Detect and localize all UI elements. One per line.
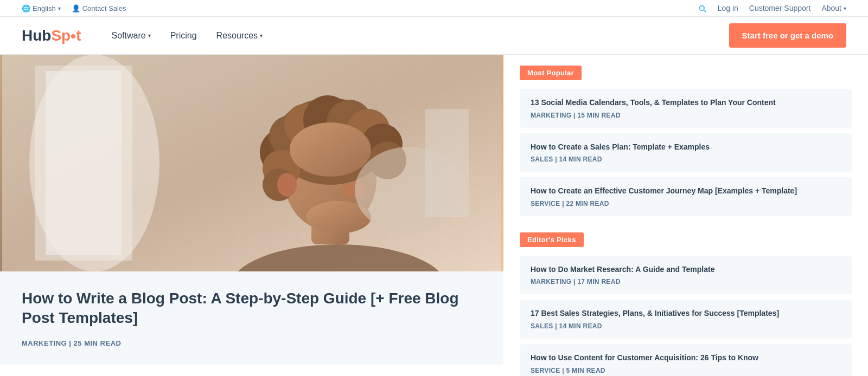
contact-sales-label: Contact Sales [82, 4, 126, 12]
top-bar: 🌐 English ▾ 👤 Contact Sales Log in Custo… [0, 0, 868, 17]
popular-article-3[interactable]: How to Create an Effective Customer Jour… [520, 177, 852, 216]
editors-picks-badge: Editor's Picks [520, 232, 584, 247]
main-content: How to Write a Blog Post: A Step-by-Step… [0, 55, 503, 376]
editors-article-2-meta: SALES | 14 MIN READ [531, 322, 841, 330]
about-label: About [821, 4, 841, 12]
chevron-down-icon: ▾ [148, 33, 151, 38]
hubspot-logo[interactable]: HubSpt [22, 27, 81, 44]
globe-icon: 🌐 [22, 4, 30, 12]
top-bar-left: 🌐 English ▾ 👤 Contact Sales [22, 4, 126, 12]
most-popular-section: Most Popular 13 Social Media Calendars, … [520, 66, 852, 216]
featured-image [0, 55, 503, 271]
main-nav: HubSpt Software ▾ Pricing Resources ▾ St… [0, 17, 868, 55]
popular-article-2[interactable]: How to Create a Sales Plan: Template + E… [520, 133, 852, 172]
pricing-label: Pricing [170, 31, 197, 41]
article-title: How to Write a Blog Post: A Step-by-Step… [22, 289, 482, 328]
article-info: How to Write a Blog Post: A Step-by-Step… [0, 271, 503, 365]
svg-rect-25 [425, 109, 469, 217]
svg-line-1 [704, 10, 706, 12]
about-menu[interactable]: About ▾ [821, 4, 846, 12]
popular-article-3-meta: SERVICE | 22 MIN READ [531, 200, 841, 208]
resources-label: Resources [216, 31, 258, 41]
chevron-down-icon: ▾ [844, 5, 846, 11]
article-meta: MARKETING | 25 MIN READ [22, 339, 482, 347]
top-bar-right: Log in Customer Support About ▾ [698, 3, 846, 13]
language-label: English [33, 4, 56, 12]
editors-picks-section: Editor's Picks How to Do Market Research… [520, 232, 852, 376]
editors-article-3-title: How to Use Content for Customer Acquisit… [531, 353, 841, 364]
svg-point-23 [277, 173, 297, 197]
chevron-down-icon: ▾ [260, 33, 263, 38]
editors-article-3-meta: SERVICE | 5 MIN READ [531, 367, 841, 374]
login-link[interactable]: Log in [718, 4, 738, 12]
popular-article-2-title: How to Create a Sales Plan: Template + E… [531, 142, 841, 153]
sidebar: Most Popular 13 Social Media Calendars, … [503, 55, 868, 376]
editors-article-1-meta: MARKETING | 17 MIN READ [531, 278, 841, 286]
language-selector[interactable]: 🌐 English ▾ [22, 4, 61, 12]
logo-hub-text: Hub [22, 27, 51, 44]
start-free-button[interactable]: Start free or get a demo [729, 23, 846, 48]
user-icon: 👤 [72, 4, 80, 12]
software-label: Software [112, 31, 146, 41]
software-menu[interactable]: Software ▾ [103, 27, 159, 45]
editors-article-1[interactable]: How to Do Market Research: A Guide and T… [520, 256, 852, 295]
svg-point-5 [29, 55, 159, 271]
resources-menu[interactable]: Resources ▾ [208, 27, 271, 45]
pricing-link[interactable]: Pricing [162, 27, 206, 45]
svg-point-0 [699, 5, 704, 10]
popular-article-3-title: How to Create an Effective Customer Jour… [531, 186, 841, 197]
editors-article-2[interactable]: 17 Best Sales Strategies, Plans, & Initi… [520, 300, 852, 339]
contact-sales-link[interactable]: 👤 Contact Sales [72, 4, 126, 12]
popular-article-2-meta: SALES | 14 MIN READ [531, 155, 841, 163]
chevron-down-icon: ▾ [58, 5, 61, 11]
content-area: How to Write a Blog Post: A Step-by-Step… [0, 55, 868, 376]
popular-article-1-title: 13 Social Media Calendars, Tools, & Temp… [531, 98, 841, 108]
customer-support-link[interactable]: Customer Support [749, 4, 811, 12]
editors-article-3[interactable]: How to Use Content for Customer Acquisit… [520, 344, 852, 376]
svg-point-20 [290, 122, 371, 177]
popular-article-1-meta: MARKETING | 15 MIN READ [531, 112, 841, 119]
editors-article-2-title: 17 Best Sales Strategies, Plans, & Initi… [531, 308, 841, 319]
editors-article-1-title: How to Do Market Research: A Guide and T… [531, 264, 841, 275]
nav-items: Software ▾ Pricing Resources ▾ [103, 27, 272, 45]
featured-illustration [0, 55, 503, 271]
most-popular-badge: Most Popular [520, 66, 582, 80]
popular-article-1[interactable]: 13 Social Media Calendars, Tools, & Temp… [520, 89, 852, 128]
logo-spot-text: Spt [51, 27, 81, 44]
search-icon[interactable] [698, 3, 707, 13]
